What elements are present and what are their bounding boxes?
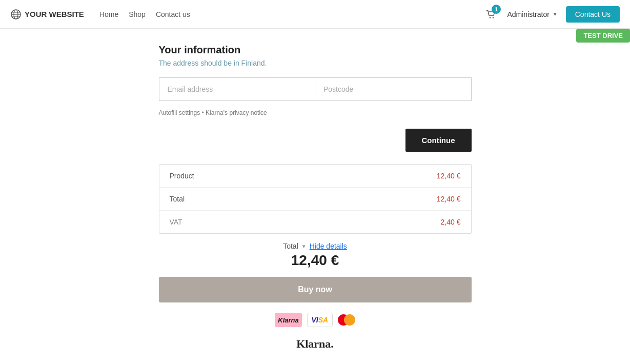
total-label-row: Total ▼ Hide details	[159, 242, 472, 250]
payment-icons: Klarna VISA	[159, 313, 472, 327]
autofill-row: Autofill settings • Klarna's privacy not…	[159, 109, 472, 116]
order-table: Product 12,40 € Total 12,40 € VAT 2,40 €	[159, 164, 472, 234]
globe-icon	[10, 9, 22, 20]
test-drive-button[interactable]: TEST DRIVE	[576, 29, 630, 43]
hide-details-link[interactable]: Hide details	[310, 242, 347, 250]
postcode-field[interactable]	[315, 77, 472, 101]
klarna-footer: Klarna.	[159, 337, 472, 351]
chevron-down-icon: ▼	[301, 244, 307, 249]
total-section: Total ▼ Hide details 12,40 €	[159, 242, 472, 269]
contact-us-button[interactable]: Contact Us	[566, 6, 620, 23]
visa-payment-icon: VISA	[307, 313, 333, 327]
total-amount: 12,40 €	[159, 252, 472, 269]
vat-label: VAT	[170, 218, 182, 226]
admin-caret-icon: ▼	[553, 11, 558, 17]
admin-area[interactable]: Administrator ▼	[507, 10, 557, 18]
email-field[interactable]	[159, 77, 315, 101]
cart-area[interactable]: 1	[485, 9, 497, 20]
autofill-separator: •	[202, 109, 206, 116]
continue-button[interactable]: Continue	[405, 129, 472, 152]
total-row: Total 12,40 €	[159, 188, 471, 211]
continue-btn-row: Continue	[159, 129, 472, 152]
total-label: Total	[170, 195, 185, 203]
total-text-label: Total	[283, 242, 298, 250]
cart-icon-wrap[interactable]: 1	[485, 9, 497, 20]
mc-circle-orange	[344, 314, 355, 326]
product-row: Product 12,40 €	[159, 165, 471, 188]
svg-point-5	[490, 17, 491, 18]
nav-home[interactable]: Home	[99, 10, 118, 18]
main-content: Your information The address should be i…	[149, 29, 482, 364]
brand-label: YOUR WEBSITE	[25, 10, 84, 18]
nav-links: Home Shop Contact us	[99, 10, 486, 18]
mastercard-payment-icon	[338, 314, 355, 326]
navbar: YOUR WEBSITE Home Shop Contact us 1 Admi…	[0, 0, 630, 29]
nav-shop[interactable]: Shop	[129, 10, 146, 18]
privacy-notice-link[interactable]: Klarna's privacy notice	[206, 109, 267, 116]
vat-value: 2,40 €	[441, 218, 461, 226]
nav-contact[interactable]: Contact us	[156, 10, 190, 18]
svg-point-6	[493, 17, 494, 18]
brand[interactable]: YOUR WEBSITE	[10, 9, 84, 20]
total-value: 12,40 €	[437, 195, 461, 203]
section-title: Your information	[159, 44, 472, 56]
klarna-payment-icon: Klarna	[275, 313, 301, 327]
cart-badge: 1	[492, 5, 501, 14]
form-row	[159, 77, 472, 101]
product-value: 12,40 €	[437, 172, 461, 180]
section-subtitle: The address should be in Finland.	[159, 59, 472, 67]
product-label: Product	[170, 172, 194, 180]
autofill-settings-link[interactable]: Autofill settings	[159, 109, 200, 116]
buy-now-button[interactable]: Buy now	[159, 277, 472, 302]
vat-row: VAT 2,40 €	[159, 211, 471, 233]
admin-label: Administrator	[507, 10, 549, 18]
